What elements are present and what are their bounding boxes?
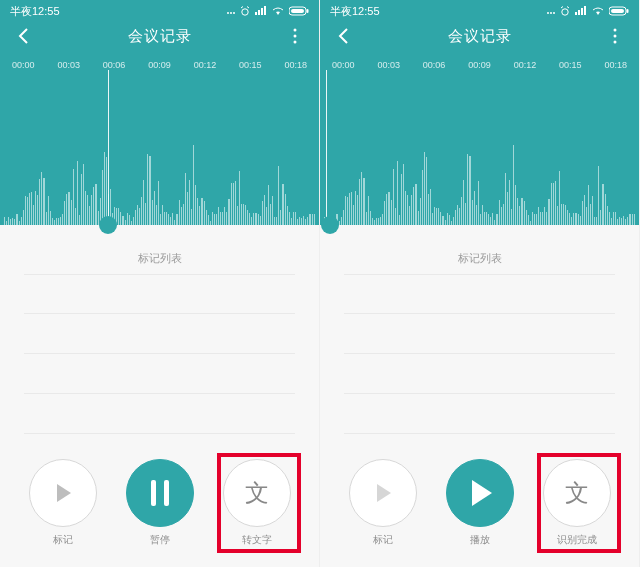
transcribe-button[interactable]: 文 识别完成 <box>543 459 611 547</box>
svg-rect-7 <box>258 10 260 15</box>
lower-panel: 标记列表 标记 暂停 文 转文字 <box>0 225 319 567</box>
timeline-tick: 00:15 <box>559 60 582 70</box>
mark-label: 标记 <box>53 533 73 547</box>
svg-point-18 <box>553 12 555 14</box>
svg-rect-25 <box>584 6 586 15</box>
timeline-tick: 00:03 <box>57 60 80 70</box>
list-item <box>24 274 295 314</box>
list-item <box>24 354 295 394</box>
text-label: 识别完成 <box>557 533 597 547</box>
status-time: 半夜12:55 <box>10 4 60 19</box>
pause-button[interactable]: 暂停 <box>126 459 194 547</box>
mark-button[interactable]: 标记 <box>29 459 97 547</box>
transcribe-button[interactable]: 文 转文字 <box>223 459 291 547</box>
playhead-line[interactable] <box>108 70 109 225</box>
svg-point-19 <box>562 9 568 15</box>
recorder-header: 半夜12:55 会议记录 00:00 00:03 00:06 00:09 00 <box>320 0 639 225</box>
svg-point-30 <box>614 35 617 38</box>
svg-point-2 <box>233 12 235 14</box>
timeline-tick: 00:15 <box>239 60 262 70</box>
controls-bar: 标记 播放 文 识别完成 <box>320 449 639 567</box>
battery-icon <box>289 6 309 16</box>
signal-dots-icon <box>547 7 555 15</box>
svg-point-29 <box>614 29 617 32</box>
flag-icon <box>57 484 71 502</box>
list-item <box>24 394 295 434</box>
play-button[interactable]: 播放 <box>446 459 514 547</box>
play-icon <box>472 480 492 506</box>
center-label: 暂停 <box>150 533 170 547</box>
svg-point-17 <box>550 12 552 14</box>
mark-list <box>320 274 639 449</box>
timeline-tick: 00:00 <box>332 60 355 70</box>
waveform[interactable] <box>0 105 319 225</box>
navbar: 会议记录 <box>0 20 319 56</box>
svg-rect-6 <box>255 12 257 15</box>
phone-screen-left: 半夜12:55 会议记录 00:00 00:03 00:06 00:09 00 <box>0 0 320 567</box>
waveform[interactable] <box>320 105 639 225</box>
page-title: 会议记录 <box>34 27 285 46</box>
page-title: 会议记录 <box>354 27 605 46</box>
svg-point-15 <box>294 41 297 44</box>
timeline-ruler: 00:00 00:03 00:06 00:09 00:12 00:15 00:1… <box>320 60 639 70</box>
timeline-tick: 00:18 <box>604 60 627 70</box>
svg-point-31 <box>614 41 617 44</box>
timeline-tick: 00:09 <box>148 60 171 70</box>
timeline-tick: 00:06 <box>423 60 446 70</box>
mark-label: 标记 <box>373 533 393 547</box>
timeline-tick: 00:12 <box>194 60 217 70</box>
more-icon[interactable] <box>605 26 625 46</box>
navbar: 会议记录 <box>320 20 639 56</box>
timeline-tick: 00:18 <box>284 60 307 70</box>
status-bar: 半夜12:55 <box>0 0 319 20</box>
mark-button[interactable]: 标记 <box>349 459 417 547</box>
battery-icon <box>609 6 629 16</box>
svg-line-5 <box>247 7 249 9</box>
timeline-ruler: 00:00 00:03 00:06 00:09 00:12 00:15 00:1… <box>0 60 319 70</box>
text-icon: 文 <box>245 477 269 509</box>
svg-rect-9 <box>264 6 266 15</box>
timeline-tick: 00:12 <box>514 60 537 70</box>
status-time: 半夜12:55 <box>330 4 380 19</box>
svg-line-20 <box>561 7 563 9</box>
mark-list-label: 标记列表 <box>0 251 319 266</box>
text-label: 转文字 <box>242 533 272 547</box>
recorder-header: 半夜12:55 会议记录 00:00 00:03 00:06 00:09 00 <box>0 0 319 225</box>
more-icon[interactable] <box>285 26 305 46</box>
list-item <box>24 314 295 354</box>
svg-rect-23 <box>578 10 580 15</box>
signal-icon <box>575 6 587 16</box>
svg-point-3 <box>242 9 248 15</box>
mark-list <box>0 274 319 449</box>
svg-line-4 <box>241 7 243 9</box>
svg-point-14 <box>294 35 297 38</box>
text-icon: 文 <box>565 477 589 509</box>
svg-rect-22 <box>575 12 577 15</box>
playhead-dot[interactable] <box>321 216 339 234</box>
list-item <box>344 394 615 434</box>
back-icon[interactable] <box>334 26 354 46</box>
mark-list-label: 标记列表 <box>320 251 639 266</box>
timeline-tick: 00:06 <box>103 60 126 70</box>
playhead-line[interactable] <box>326 70 327 225</box>
status-icons <box>227 6 309 16</box>
playhead-dot[interactable] <box>99 216 117 234</box>
back-icon[interactable] <box>14 26 34 46</box>
alarm-icon <box>239 6 251 16</box>
wifi-icon <box>271 6 285 16</box>
wifi-icon <box>591 6 605 16</box>
controls-bar: 标记 暂停 文 转文字 <box>0 449 319 567</box>
timeline-tick: 00:09 <box>468 60 491 70</box>
timeline-tick: 00:00 <box>12 60 35 70</box>
svg-point-16 <box>547 12 549 14</box>
list-item <box>344 274 615 314</box>
svg-rect-11 <box>291 9 304 13</box>
pause-icon <box>151 480 169 506</box>
alarm-icon <box>559 6 571 16</box>
svg-point-0 <box>227 12 229 14</box>
phone-screen-right: 半夜12:55 会议记录 00:00 00:03 00:06 00:09 00 <box>320 0 640 567</box>
svg-rect-12 <box>307 9 309 13</box>
signal-dots-icon <box>227 7 235 15</box>
status-bar: 半夜12:55 <box>320 0 639 20</box>
list-item <box>344 354 615 394</box>
